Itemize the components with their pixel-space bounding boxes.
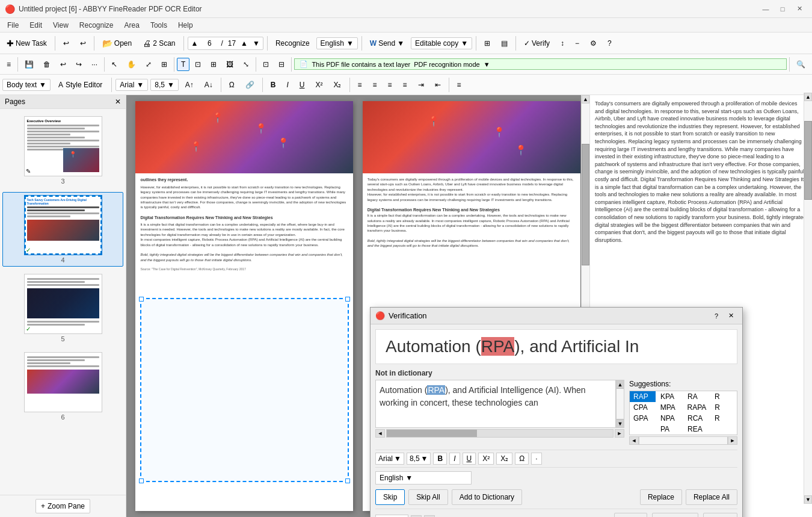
zoom-out-btn[interactable]: − [571, 37, 583, 50]
recognize-button[interactable]: Recognize [271, 37, 314, 50]
suggestion-r1[interactable]: R [711, 391, 737, 402]
help-btn[interactable]: ? [603, 37, 616, 50]
sugg-scroll-right[interactable]: ► [728, 436, 737, 445]
indent-btn[interactable]: ⇥ [414, 78, 428, 91]
menu-tools[interactable]: Tools [146, 20, 172, 31]
close-button[interactable]: Close [703, 513, 737, 517]
title-controls[interactable]: — □ ✕ [758, 3, 807, 15]
new-task-button[interactable]: ✚ New Task [2, 36, 51, 51]
suggestion-r2[interactable]: R [711, 402, 737, 413]
menu-recognize[interactable]: Recognize [75, 20, 118, 31]
language-dropdown[interactable]: English ▼ [316, 37, 358, 49]
suggestion-rapa[interactable]: RAPA [683, 402, 710, 413]
redo-btn[interactable]: ↩ [76, 37, 90, 50]
fit-width-btn[interactable]: ⤢ [141, 58, 156, 71]
options-button[interactable]: Options... [652, 513, 698, 517]
menu-area[interactable]: Area [120, 20, 144, 31]
font-size-increase[interactable]: A↑ [181, 78, 198, 91]
scan-button[interactable]: 🖨 2 Scan [138, 36, 179, 51]
vd-subscript-btn[interactable]: X₂ [496, 453, 512, 465]
menu-help[interactable]: Help [173, 20, 198, 31]
page-thumb-4[interactable]: Tech Savvy Customers Are Driving Digital… [2, 192, 123, 267]
vd-help-btn[interactable]: ? [710, 311, 723, 321]
suggestion-ra[interactable]: RA [684, 391, 710, 402]
suggestion-cpa[interactable]: CPA [630, 402, 656, 413]
outdent-btn[interactable]: ⇤ [431, 78, 445, 91]
align-right-btn[interactable]: ≡ [384, 78, 396, 91]
selection-box-main[interactable] [140, 298, 349, 482]
suggestion-pa[interactable]: PA [657, 424, 683, 435]
settings-btn[interactable]: ⚙ [586, 37, 601, 50]
underline-btn[interactable]: U [295, 78, 309, 91]
vd-zoom-dropdown[interactable]: 200% ▼ [375, 515, 408, 517]
vd-language-dropdown[interactable]: English ▼ [375, 471, 472, 484]
page-structure-btn[interactable]: ⊡ [259, 58, 273, 71]
page-thumb-3[interactable]: Executive Overview 📍 [2, 114, 123, 187]
vd-underline-btn[interactable]: U [463, 453, 476, 465]
sugg-scroll-left[interactable]: ◄ [629, 436, 639, 445]
send-button[interactable]: W Send ▼ [366, 37, 408, 50]
vd-scroll-right-btn[interactable]: ► [615, 429, 624, 438]
page-up-btn[interactable]: ▲ [238, 38, 250, 49]
undo2-btn[interactable]: ↩ [56, 58, 70, 71]
right-scrollbar[interactable]: ▲ ▼ [804, 95, 812, 504]
more-btn[interactable]: ··· [87, 58, 102, 71]
suggestion-r3[interactable]: R [711, 413, 737, 424]
single-view-btn[interactable]: ▤ [497, 37, 512, 50]
selection-handle-tl[interactable] [139, 297, 144, 302]
font-size-decrease[interactable]: A↓ [200, 78, 217, 91]
verify-button[interactable]: ✓ Verify [520, 37, 554, 50]
pages-close-btn[interactable]: ✕ [115, 98, 121, 106]
suggestion-gpa[interactable]: GPA [630, 413, 656, 424]
menu-view[interactable]: View [48, 20, 73, 31]
area-select-btn[interactable]: ⊡ [191, 58, 205, 71]
edit-text-btn[interactable]: T [177, 58, 189, 71]
fit-page-btn[interactable]: ⊞ [157, 58, 171, 71]
replace-all-button[interactable]: Replace All [686, 489, 737, 505]
selection-handle-br[interactable] [345, 478, 350, 483]
vd-text-area[interactable]: Automation (RPA), and Artificial Intelli… [375, 380, 616, 428]
vd-controls[interactable]: ? ✕ [710, 311, 737, 321]
font-dropdown[interactable]: Arial ▼ [115, 79, 148, 91]
arrows-btn[interactable]: ↕ [556, 37, 568, 50]
undo-btn[interactable]: ↩ [59, 37, 73, 50]
menu-file[interactable]: File [2, 20, 23, 31]
vd-special-btn[interactable]: ∙ [531, 453, 541, 465]
vd-close-btn[interactable]: ✕ [724, 311, 737, 321]
subscript-btn[interactable]: X₂ [329, 78, 345, 91]
scroll-up-btn[interactable]: ▲ [582, 95, 589, 104]
redo2-btn[interactable]: ↪ [72, 58, 86, 71]
suggestion-r4[interactable] [711, 424, 737, 435]
replace-button[interactable]: Replace [640, 489, 682, 505]
align-left-btn[interactable]: ≡ [354, 78, 366, 91]
suggestion-mpa[interactable]: MPA [657, 402, 683, 413]
format-more-btn[interactable]: ≡ [453, 78, 466, 91]
right-scroll-down[interactable]: ▼ [804, 495, 812, 504]
menu-edit[interactable]: Edit [25, 20, 47, 31]
table-btn[interactable]: ⊞ [206, 58, 221, 71]
superscript-btn[interactable]: X² [311, 78, 327, 91]
vd-omega-btn[interactable]: Ω [515, 453, 529, 465]
page-number-input[interactable]: 6 [200, 39, 218, 48]
pages-toggle[interactable]: ≡ [2, 58, 15, 71]
bold-btn[interactable]: B [266, 78, 280, 91]
special-chars-btn[interactable]: Ω [225, 78, 239, 91]
maximize-button[interactable]: □ [775, 3, 790, 15]
vd-text-scrollbar[interactable]: ▲ ▼ [616, 380, 624, 428]
vd-italic-btn[interactable]: I [449, 453, 460, 465]
delete-btn[interactable]: 🗑 [39, 58, 55, 71]
select-tool[interactable]: ↖ [107, 58, 121, 71]
style-dropdown[interactable]: Body text ▼ [2, 79, 51, 91]
copy-mode-dropdown[interactable]: Editable copy ▼ [411, 37, 472, 49]
skip-button[interactable]: Skip [375, 489, 405, 505]
copy-area-btn[interactable]: ⊟ [274, 58, 289, 71]
page-navigator[interactable]: ▲ 6 / 17 ▲ ▼ [188, 37, 263, 50]
vd-font-size-dropdown[interactable]: 8,5 ▼ [407, 453, 431, 465]
suggestion-rca[interactable]: RCA [684, 413, 710, 424]
search-btn[interactable]: 🔍 [792, 58, 810, 71]
close-button[interactable]: ✕ [792, 3, 807, 15]
justify-btn[interactable]: ≡ [399, 78, 411, 91]
scroll-thumb[interactable] [582, 144, 589, 265]
vd-text-scroll-down[interactable]: ▼ [617, 419, 624, 427]
vd-superscript-btn[interactable]: X² [478, 453, 494, 465]
